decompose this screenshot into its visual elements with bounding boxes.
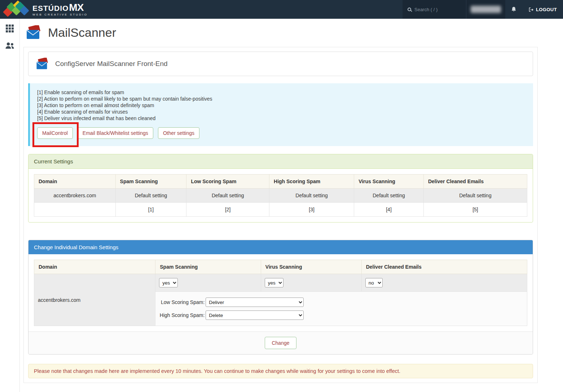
info-buttons-row: MailControl Email Black/Whitelist settin…	[37, 127, 526, 139]
col-high-scoring-spam: High Scoring Spam	[269, 175, 354, 189]
user-menu[interactable]	[466, 0, 505, 19]
low-scoring-spam-select[interactable]: Deliver	[206, 298, 304, 307]
info-box: [1] Enable scanning of emails for spam […	[28, 83, 533, 146]
cell-ref: [5]	[423, 203, 527, 217]
change-settings-table: Domain Spam Scanning Virus Scanning Deli…	[34, 260, 527, 326]
search-box	[403, 0, 466, 19]
info-line: [3] Action to perform on email almost de…	[37, 102, 526, 109]
cell-ref: [3]	[269, 203, 354, 217]
current-settings-table: Domain Spam Scanning Low Scoring Spam Hi…	[34, 174, 527, 217]
main-content: MailScanner ConfigServer MailScanner Fro…	[20, 19, 563, 383]
col-deliver-cleaned: Deliver Cleaned Emails	[423, 175, 527, 189]
cell-ref: [4]	[354, 203, 424, 217]
mailscanner-card-icon	[36, 58, 49, 70]
frontend-card-title: ConfigServer MailScanner Front-End	[55, 60, 168, 68]
cell-scoring-options: Low Scoring Spam:Deliver High Scoring Sp…	[155, 292, 527, 326]
high-scoring-spam-select[interactable]: Delete	[206, 310, 304, 320]
search-input[interactable]	[414, 7, 458, 12]
logout-icon	[528, 7, 534, 12]
table-row: [1] [2] [3] [4] [5]	[34, 203, 527, 217]
cell-empty	[34, 203, 116, 217]
info-line: [5] Deliver virus infected email that ha…	[37, 115, 526, 122]
brand-logo[interactable]: ESTÚDIO MX WEB CREATIVE STUDIO	[0, 0, 93, 19]
cell-value: Default setting	[115, 189, 186, 203]
content-container: ConfigServer MailScanner Front-End [1] E…	[23, 47, 538, 383]
high-scoring-spam-label: High Scoring Spam:	[159, 312, 204, 318]
mailscanner-icon	[26, 25, 42, 40]
cell-ref: [2]	[186, 203, 269, 217]
table-row: accentbrokers.com Default setting Defaul…	[34, 189, 527, 203]
col-virus-scanning: Virus Scanning	[261, 260, 361, 274]
frontend-card: ConfigServer MailScanner Front-End	[28, 52, 533, 76]
username-redacted	[471, 6, 501, 13]
users-icon[interactable]	[5, 42, 15, 49]
cell-spam-scanning: yes	[155, 274, 261, 292]
col-deliver-cleaned: Deliver Cleaned Emails	[361, 260, 527, 274]
cell-ref: [1]	[115, 203, 186, 217]
info-line: [1] Enable scanning of emails for spam	[37, 89, 526, 96]
search-icon	[408, 8, 411, 11]
bell-icon	[511, 6, 517, 13]
cell-value: Default setting	[423, 189, 527, 203]
col-virus-scanning: Virus Scanning	[354, 175, 424, 189]
notifications-button[interactable]	[505, 0, 522, 19]
low-scoring-spam-label: Low Scoring Spam:	[159, 299, 204, 305]
cell-domain: accentbrokers.com	[34, 189, 116, 203]
implementation-note: Please note that changes made here are i…	[28, 364, 533, 378]
deliver-cleaned-select[interactable]: no	[365, 278, 383, 287]
current-settings-panel: Current Settings Domain Spam Scanning Lo…	[28, 154, 533, 223]
cell-deliver-cleaned: no	[361, 274, 527, 292]
col-domain: Domain	[34, 260, 155, 274]
current-settings-title: Current Settings	[28, 154, 533, 169]
virus-scanning-select[interactable]: yes	[265, 278, 283, 287]
cell-value: Default setting	[269, 189, 354, 203]
cell-value: Default setting	[354, 189, 424, 203]
spam-scanning-select[interactable]: yes	[159, 278, 178, 287]
col-low-scoring-spam: Low Scoring Spam	[186, 175, 269, 189]
change-panel-footer: Change	[28, 331, 533, 354]
brand-diamonds-icon	[4, 1, 29, 17]
change-settings-title: Change Individual Domain Settings	[28, 240, 533, 254]
cell-value: Default setting	[186, 189, 269, 203]
apps-grid-icon[interactable]	[6, 25, 8, 27]
email-blackwhitelist-button[interactable]: Email Black/Whitelist settings	[78, 127, 153, 139]
table-row: accentbrokers.com yes yes	[34, 274, 527, 292]
logout-label: LOGOUT	[536, 7, 557, 12]
cell-virus-scanning: yes	[261, 274, 361, 292]
left-sidebar	[0, 19, 20, 392]
change-settings-panel: Change Individual Domain Settings Domain…	[28, 240, 533, 354]
logout-button[interactable]: LOGOUT	[522, 0, 563, 19]
page-header: MailScanner	[20, 19, 563, 46]
brand-title: ESTÚDIO	[32, 4, 69, 12]
brand-subtitle: WEB CREATIVE STUDIO	[32, 13, 88, 16]
other-settings-button[interactable]: Other settings	[158, 127, 199, 139]
col-spam-scanning: Spam Scanning	[115, 175, 186, 189]
brand-text: ESTÚDIO MX WEB CREATIVE STUDIO	[32, 3, 88, 16]
info-line: [2] Action to perform on email likely to…	[37, 96, 526, 102]
mailcontrol-button[interactable]: MailControl	[37, 127, 73, 139]
info-line: [4] Enable scanning of emails for viruse…	[37, 109, 526, 115]
top-navbar: ESTÚDIO MX WEB CREATIVE STUDIO LOGOUT	[0, 0, 563, 19]
cell-domain: accentbrokers.com	[34, 274, 155, 326]
page-title: MailScanner	[48, 26, 116, 40]
col-spam-scanning: Spam Scanning	[155, 260, 261, 274]
col-domain: Domain	[34, 175, 116, 189]
change-submit-button[interactable]: Change	[265, 337, 296, 349]
brand-mx: MX	[69, 3, 83, 13]
